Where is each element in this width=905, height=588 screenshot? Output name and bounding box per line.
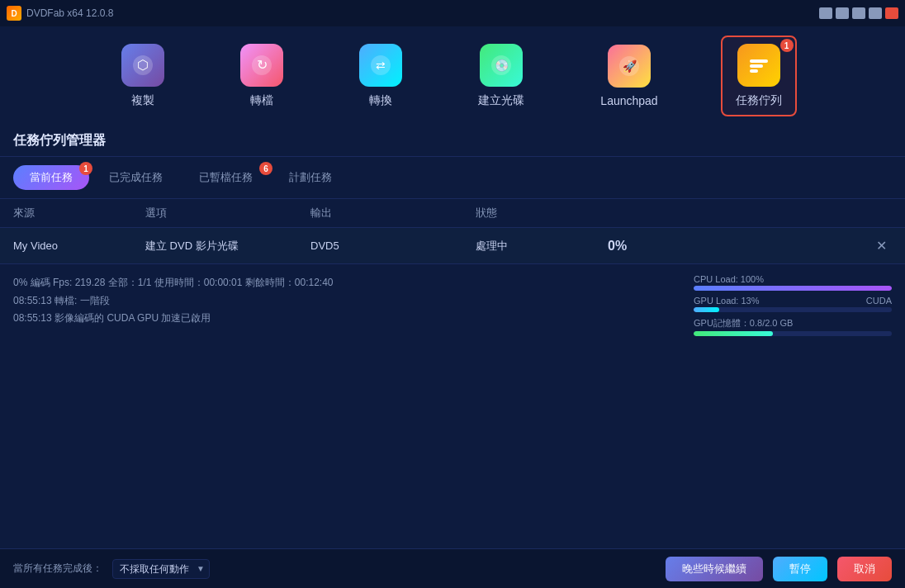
tab-current-badge: 1: [79, 162, 92, 175]
pause-button[interactable]: 暫停: [773, 557, 827, 581]
section-title: 任務佇列管理器: [0, 126, 905, 157]
gpu-mem-bar-bg: [694, 331, 892, 336]
queue-icon: [737, 44, 780, 87]
detail-log: 0% 編碼 Fps: 219.28 全部：1/1 使用時間：00:00:01 剩…: [13, 274, 680, 336]
table-header: 來源 選項 輸出 狀態: [0, 199, 905, 228]
tabs-bar: 當前任務 1 已完成任務 已暫檔任務 6 計劃任務: [0, 157, 905, 199]
log-line-1: 0% 編碼 Fps: 219.28 全部：1/1 使用時間：00:00:01 剩…: [13, 274, 680, 292]
gpu-label: GPU Load: 13% CUDA: [694, 296, 892, 306]
row-progress: 0% ✕: [608, 236, 892, 255]
tab-paused[interactable]: 已暫檔任務 6: [182, 165, 269, 190]
nav-item-queue[interactable]: 1 任務佇列: [721, 36, 797, 116]
bottom-bar: 當所有任務完成後： 不採取任何動作 關機 睡眠 登出 ▼ 晚些時候繼續 暫停 取…: [0, 548, 905, 588]
cancel-button[interactable]: 取消: [837, 557, 892, 581]
table-row: My Video 建立 DVD 影片光碟 DVD5 處理中 0% ✕: [0, 228, 905, 264]
cpu-resource: CPU Load: 100%: [694, 274, 892, 291]
queue-badge: 1: [780, 39, 794, 52]
gpu-bar-bg: [694, 307, 892, 312]
nav-item-copy[interactable]: ⬡ 複製: [108, 37, 178, 115]
nav-label-queue: 任務佇列: [736, 93, 782, 108]
col-header-source: 來源: [13, 206, 145, 220]
col-header-status: 狀態: [476, 206, 608, 220]
schedule-button[interactable]: 晚些時候繼續: [666, 557, 763, 581]
burn-icon: 💿: [480, 44, 523, 87]
nav-item-launchpad[interactable]: 🚀 Launchpad: [587, 38, 670, 114]
cpu-bar-bg: [694, 286, 892, 291]
dropdown-button[interactable]: ▾: [836, 7, 849, 19]
svg-text:⬡: ⬡: [137, 58, 149, 72]
title-bar: D DVDFab x64 12.0.8 📌 ▾ ─ □ ✕: [0, 0, 905, 26]
row-output: DVD5: [310, 239, 476, 252]
svg-rect-10: [750, 59, 768, 63]
svg-rect-11: [750, 64, 763, 68]
nav-label-burn: 建立光碟: [478, 93, 524, 108]
window-controls: 📌 ▾ ─ □ ✕: [819, 7, 898, 19]
title-bar-left: D DVDFab x64 12.0.8: [7, 6, 113, 21]
svg-rect-12: [750, 69, 758, 73]
after-complete-label: 當所有任務完成後：: [13, 562, 102, 576]
app-title: DVDFab x64 12.0.8: [26, 7, 113, 19]
svg-text:🚀: 🚀: [622, 59, 637, 74]
gpu-mem-bar-fill: [694, 331, 773, 336]
tab-scheduled[interactable]: 計劃任務: [272, 165, 348, 190]
nav-label-launchpad: Launchpad: [600, 94, 657, 107]
row-option: 建立 DVD 影片光碟: [145, 239, 310, 254]
log-line-2: 08:55:13 轉檔: 一階段: [13, 292, 680, 311]
nav-item-transcode[interactable]: ↻ 轉檔: [227, 37, 296, 115]
svg-text:💿: 💿: [495, 59, 509, 73]
minimize-button[interactable]: ─: [852, 7, 865, 19]
gpu-bar-fill: [694, 307, 719, 312]
gpu-mem-resource: GPU記憶體：0.8/2.0 GB: [694, 317, 892, 336]
col-header-option: 選項: [145, 206, 310, 220]
remove-row-button[interactable]: ✕: [871, 236, 892, 255]
app-logo: D: [7, 6, 21, 21]
col-header-progress: [608, 206, 892, 220]
nav-label-transcode: 轉檔: [250, 93, 273, 108]
row-source: My Video: [13, 239, 145, 252]
cpu-label: CPU Load: 100%: [694, 274, 892, 284]
svg-text:⇄: ⇄: [376, 59, 386, 72]
top-navigation: ⬡ 複製 ↻ 轉檔 ⇄ 轉換 💿 建立光碟 🚀 Launchpad: [0, 26, 905, 126]
launchpad-icon: 🚀: [608, 45, 651, 88]
tab-paused-badge: 6: [259, 162, 272, 175]
gpu-mem-label: GPU記憶體：0.8/2.0 GB: [694, 317, 892, 330]
close-button[interactable]: ✕: [885, 7, 898, 19]
copy-icon: ⬡: [121, 44, 164, 87]
transcode-icon: ↻: [240, 44, 283, 87]
convert-icon: ⇄: [359, 44, 402, 87]
nav-item-convert[interactable]: ⇄ 轉換: [346, 37, 415, 115]
col-header-output: 輸出: [310, 206, 476, 220]
after-complete-select[interactable]: 不採取任何動作 關機 睡眠 登出: [112, 559, 210, 579]
svg-text:↻: ↻: [257, 58, 268, 72]
detail-resources: CPU Load: 100% GPU Load: 13% CUDA GPU記憶體…: [694, 274, 892, 336]
nav-item-burn[interactable]: 💿 建立光碟: [465, 37, 538, 115]
row-status: 處理中: [476, 239, 608, 254]
tab-completed[interactable]: 已完成任務: [92, 165, 179, 190]
nav-label-convert: 轉換: [369, 93, 392, 108]
gpu-resource: GPU Load: 13% CUDA: [694, 296, 892, 312]
cpu-bar-fill: [694, 286, 892, 291]
tab-current[interactable]: 當前任務 1: [13, 165, 89, 190]
after-complete-select-wrapper: 不採取任何動作 關機 睡眠 登出 ▼: [112, 559, 210, 579]
maximize-button[interactable]: □: [869, 7, 882, 19]
log-line-3: 08:55:13 影像編碼的 CUDA GPU 加速已啟用: [13, 310, 680, 328]
nav-label-copy: 複製: [131, 93, 154, 108]
detail-row: 0% 編碼 Fps: 219.28 全部：1/1 使用時間：00:00:01 剩…: [0, 264, 905, 346]
pin-button[interactable]: 📌: [819, 7, 832, 19]
task-table: 來源 選項 輸出 狀態 My Video 建立 DVD 影片光碟 DVD5 處理…: [0, 199, 905, 264]
